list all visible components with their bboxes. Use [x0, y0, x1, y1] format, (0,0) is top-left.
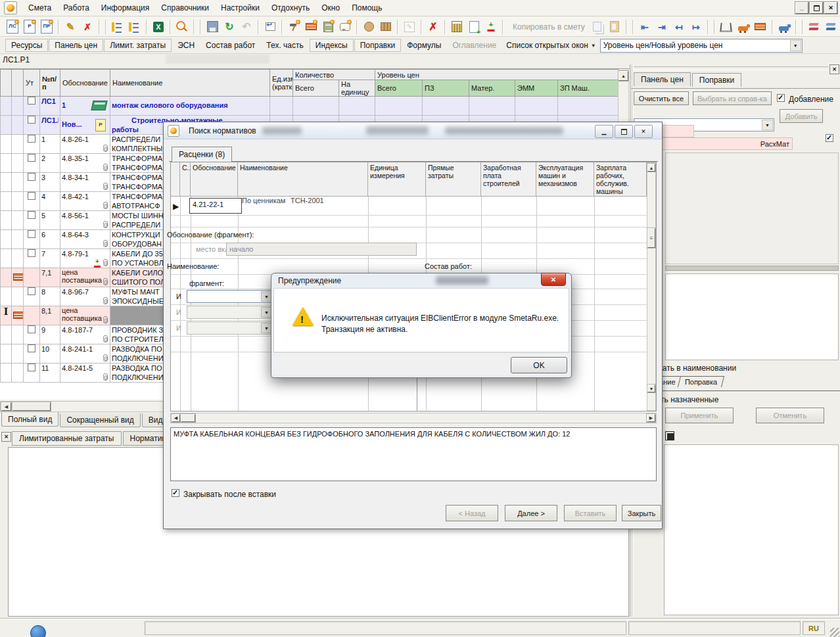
- row-checkbox[interactable]: [28, 97, 35, 105]
- edit-pad-icon[interactable]: ✎: [401, 18, 418, 35]
- cabinet-settings-icon[interactable]: [319, 18, 337, 35]
- col-pl-mater[interactable]: Матер.: [469, 80, 515, 97]
- minimize-icon[interactable]: ▁: [595, 125, 613, 138]
- menu-okno[interactable]: Окно: [315, 1, 346, 15]
- row-checkbox[interactable]: [28, 154, 35, 162]
- bricks-icon[interactable]: [752, 18, 769, 35]
- tab-full-view[interactable]: Полный вид: [1, 412, 58, 427]
- col-direct-costs[interactable]: Прямые затраты: [426, 162, 481, 197]
- edit-list-icon[interactable]: ✎: [62, 18, 79, 35]
- dialog-title-bar[interactable]: Поиск нормативов ▁ ✕: [164, 122, 662, 139]
- row-checkbox[interactable]: [28, 116, 35, 124]
- tab-sostav-rabot[interactable]: Состав работ: [200, 39, 260, 51]
- menu-informacia[interactable]: Информация: [95, 1, 155, 15]
- place-field[interactable]: начало: [226, 243, 417, 256]
- chevron-down-icon[interactable]: ▼: [762, 120, 773, 130]
- name-fragment-combobox-3[interactable]: ▼: [187, 321, 273, 335]
- scroll-left-icon[interactable]: ◀: [172, 414, 180, 422]
- scroll-thumb[interactable]: [181, 414, 195, 422]
- add-button[interactable]: Добавить: [780, 109, 823, 123]
- col-num[interactable]: №п/п: [40, 70, 60, 97]
- insert-button[interactable]: Вставить: [564, 505, 617, 521]
- col-machines-operation[interactable]: Эксплуатация машин и механизмов: [536, 162, 594, 197]
- plus-minus-icon[interactable]: +▬: [482, 18, 500, 35]
- warning-title-bar[interactable]: Предупреждение ✕: [271, 273, 571, 288]
- save-icon[interactable]: [204, 18, 221, 35]
- tab-correction[interactable]: Поправка: [678, 376, 724, 387]
- tab-rascenki[interactable]: Расценки (8): [172, 147, 232, 162]
- scroll-up-icon[interactable]: ▲: [618, 71, 628, 81]
- delete-list-icon[interactable]: ✗: [79, 18, 96, 35]
- calculator-icon[interactable]: [448, 18, 465, 35]
- menu-nastroyki[interactable]: Настройки: [215, 1, 266, 15]
- row-checkbox[interactable]: [28, 173, 35, 181]
- catalog-blue-icon[interactable]: [823, 18, 840, 35]
- close-icon[interactable]: ✕: [824, 2, 837, 14]
- dialog-hscrollbar[interactable]: ◀ ▶: [170, 413, 657, 423]
- scroll-left-icon[interactable]: ◀: [1, 402, 11, 411]
- works-settings-icon[interactable]: [285, 18, 302, 35]
- row-checkbox[interactable]: [28, 364, 35, 371]
- scroll-up-icon[interactable]: ▲: [647, 164, 655, 172]
- col-name[interactable]: Наименование: [110, 70, 270, 97]
- tab-indeksy[interactable]: Индексы: [310, 39, 354, 52]
- delete-row-icon[interactable]: ✗: [425, 18, 442, 35]
- col-qty-per-unit[interactable]: На единицу: [339, 80, 375, 97]
- col-machine-workers-wages[interactable]: Зарплата рабочих, обслужив. машины: [594, 162, 647, 197]
- col-unit[interactable]: Единица измерения: [368, 162, 426, 197]
- col-pl-pz[interactable]: ПЗ: [423, 80, 469, 97]
- tab-formuly[interactable]: Формулы: [402, 39, 446, 51]
- menu-smeta[interactable]: Смета: [22, 1, 57, 15]
- add-document-icon[interactable]: [465, 18, 482, 35]
- restore-icon[interactable]: [810, 2, 823, 14]
- compass-icon[interactable]: [718, 18, 735, 35]
- menu-rabota[interactable]: Работа: [57, 1, 95, 15]
- grid-icon[interactable]: [665, 431, 674, 440]
- cancel-button[interactable]: Отменить: [756, 408, 824, 423]
- chevron-down-icon[interactable]: ▼: [790, 40, 801, 51]
- close-icon[interactable]: ✕: [541, 273, 566, 286]
- maximize-icon[interactable]: [615, 125, 633, 138]
- right-bottom-area[interactable]: [664, 444, 839, 615]
- truck-delivery-icon[interactable]: [776, 18, 793, 35]
- row-checkbox[interactable]: [28, 192, 35, 200]
- close-icon[interactable]: ✕: [829, 64, 839, 74]
- tab-price-panel[interactable]: Панель цен: [634, 72, 691, 86]
- standard-name-textarea[interactable]: МУФТА КАБЕЛЬНАЯ КОНЦЕВАЯ БЕЗ ГИДРОФОБНОГ…: [170, 427, 657, 481]
- truck-icon[interactable]: [735, 18, 752, 35]
- col-pl-emm[interactable]: ЭММ: [515, 80, 558, 97]
- outdent-icon[interactable]: ↤: [670, 18, 688, 35]
- table-row[interactable]: ЛС1 1 монтаж силового оборудования: [1, 97, 618, 116]
- insert-branch-icon[interactable]: [126, 18, 143, 35]
- row-checkbox[interactable]: [28, 344, 35, 352]
- addition-checkbox[interactable]: [777, 94, 785, 102]
- col-basis[interactable]: Обоснование: [191, 162, 238, 197]
- tab-limit-zatraty[interactable]: Лимит. затраты: [104, 39, 172, 52]
- name-fragment-combobox[interactable]: ▼: [187, 290, 273, 303]
- col-s[interactable]: С..: [180, 162, 191, 197]
- undo-icon[interactable]: ↶: [238, 18, 255, 35]
- excel-export-icon[interactable]: X: [150, 18, 167, 35]
- menu-spravochniki[interactable]: Справочники: [155, 1, 215, 15]
- apply-button[interactable]: Применить: [665, 408, 734, 423]
- restore-window-icon[interactable]: [262, 18, 279, 35]
- col-basis[interactable]: Обоснование: [60, 70, 110, 97]
- col-pl-zpmash[interactable]: ЗП Маш.: [558, 80, 618, 97]
- correction-detail-area[interactable]: [665, 273, 839, 360]
- tab-corrections[interactable]: Поправки: [692, 73, 741, 87]
- ok-button[interactable]: OK: [511, 357, 567, 373]
- col-unit[interactable]: Ед.изм. (краткая): [270, 70, 293, 97]
- outdent-all-icon[interactable]: ↦: [688, 18, 705, 35]
- corrections-list-area[interactable]: [665, 153, 839, 264]
- clear-all-button[interactable]: Очистить все: [634, 91, 689, 105]
- tab-short-view[interactable]: Сокращенный вид: [60, 413, 140, 427]
- paste-icon[interactable]: [606, 18, 623, 35]
- tab-popravki[interactable]: Поправки: [354, 39, 401, 52]
- indent-icon[interactable]: ⇥: [653, 18, 670, 35]
- back-button[interactable]: < Назад: [446, 505, 498, 521]
- close-icon[interactable]: ✕: [634, 125, 653, 138]
- add-checkbox[interactable]: [826, 134, 833, 142]
- col-price-level-group[interactable]: Уровень цен: [375, 70, 618, 80]
- close-after-insert-checkbox[interactable]: [172, 489, 179, 497]
- menu-pomosch[interactable]: Помощь: [346, 1, 388, 15]
